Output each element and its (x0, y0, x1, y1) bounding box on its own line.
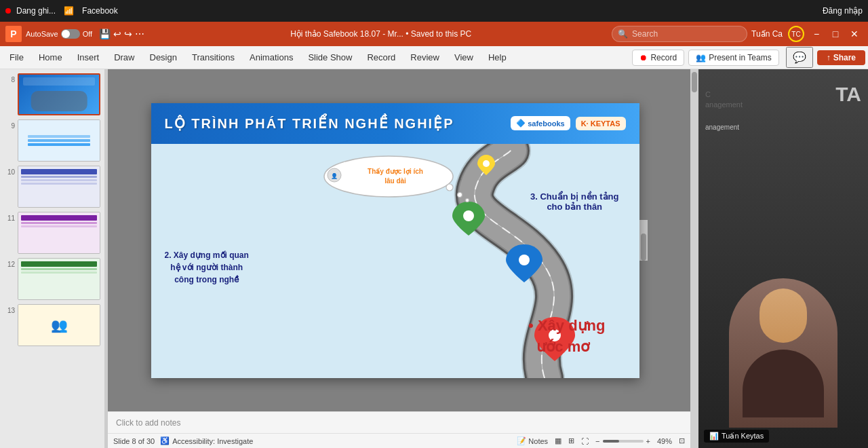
svg-point-6 (463, 210, 474, 221)
video-feed: C anagement TA anagement (698, 69, 868, 448)
menu-draw[interactable]: Draw (107, 50, 141, 65)
slide-num-8: 8 (4, 73, 15, 83)
autosave-toggle[interactable] (61, 29, 80, 39)
slide-title: LỘ TRÌNH PHÁT TRIỂN NGHỀ NGHIỆP (165, 115, 454, 132)
slide-logos: 🔷 safebooks K· KEYTAS (511, 116, 625, 130)
menu-review[interactable]: Review (403, 50, 446, 65)
video-bg-text: C anagement (705, 90, 743, 111)
svg-text:Thấy được lợi ích: Thấy được lợi ích (368, 168, 423, 175)
signin-button[interactable]: Đăng nhập (823, 6, 863, 16)
right-scroll-panel (639, 220, 648, 261)
grid-icon-1[interactable]: ▦ (555, 436, 561, 445)
zoom-out-icon[interactable]: − (595, 437, 599, 445)
notes-area[interactable]: Click to add notes (108, 411, 690, 433)
present-teams-label: Present in Teams (709, 53, 772, 62)
present-teams-button[interactable]: 👥 Present in Teams (688, 50, 779, 66)
browser-title-bar: Dang ghi... 📶 Facebook Đăng nhập (0, 0, 868, 22)
office-logo: P (5, 26, 22, 42)
video-subtitle: anagement (705, 124, 739, 131)
zoom-bar: − + (595, 437, 650, 445)
file-title: Hội thảo Safebook 18.07 - Mr... • Saved … (154, 29, 608, 39)
share-icon: ↑ (827, 53, 831, 62)
slide-preview-10 (18, 166, 100, 208)
more-icon[interactable]: ⋯ (135, 29, 144, 39)
annotation-dream: • Xây dựng ước mơ (528, 316, 605, 358)
fit-icon[interactable]: ⛶ (581, 437, 589, 445)
accessibility-bar: Slide 8 of 30 ♿ Accessibility: Investiga… (108, 433, 690, 448)
notes-button[interactable]: 📝 Notes (517, 436, 548, 445)
menu-insert[interactable]: Insert (71, 50, 106, 65)
slide-thumb-12[interactable]: 12 (3, 257, 102, 301)
menu-home[interactable]: Home (32, 50, 69, 65)
zoom-slider[interactable] (603, 440, 644, 443)
slide-thumb-10[interactable]: 10 (3, 164, 102, 209)
safebooks-logo: 🔷 safebooks (511, 116, 570, 130)
slide-main-area: LỘ TRÌNH PHÁT TRIỂN NGHỀ NGHIỆP 🔷 safebo… (108, 69, 690, 411)
record-button[interactable]: ⏺ Record (632, 50, 684, 66)
menu-file[interactable]: File (3, 50, 31, 65)
autosave-area: AutoSave Off (26, 29, 92, 39)
close-button[interactable]: ✕ (846, 28, 863, 40)
toolbar-icons: 💾 ↩ ↪ ⋯ (99, 29, 144, 39)
video-panel: C anagement TA anagement (698, 69, 868, 448)
restore-button[interactable]: □ (827, 28, 844, 40)
fit-screen-icon[interactable]: ⊡ (679, 436, 685, 445)
menu-design[interactable]: Design (143, 50, 184, 65)
user-avatar: TC (788, 26, 804, 42)
share-button[interactable]: ↑ Share (817, 50, 865, 65)
accessibility-icon: ♿ (160, 436, 170, 445)
keytas-logo: K· KEYTAS (576, 117, 626, 130)
slide-thumb-9[interactable]: 9 (3, 118, 102, 163)
menu-record[interactable]: Record (360, 50, 402, 65)
person-silhouette (729, 278, 837, 428)
undo-icon[interactable]: ↩ (113, 29, 121, 39)
svg-text:lâu dài: lâu dài (384, 177, 406, 185)
annotation-foundation-text: 3. Chuẩn bị nền tảngcho bản thân (530, 191, 619, 212)
svg-point-10 (446, 184, 453, 191)
save-icon[interactable]: 💾 (99, 29, 111, 39)
slide-preview-12 (18, 258, 100, 300)
comment-button[interactable]: 💬 (786, 47, 813, 68)
office-toolbar: P AutoSave Off 💾 ↩ ↪ ⋯ Hội thảo Safebook… (0, 22, 868, 46)
safebooks-icon: 🔷 (516, 119, 526, 128)
road-container: 👤 Thấy được lợi ích lâu dài 3. Chuẩn bị … (151, 144, 639, 378)
grid-icon-2[interactable]: ⊞ (568, 436, 574, 445)
svg-point-4 (519, 255, 530, 265)
canvas-vscroll[interactable] (690, 69, 698, 448)
status-right: 📝 Notes ▦ ⊞ ⛶ − + 49% ⊡ (517, 436, 685, 445)
accessibility-label: ♿ Accessibility: Investigate (160, 436, 253, 445)
annotation-foundation: 3. Chuẩn bị nền tảngcho bản thân (530, 191, 619, 212)
slide-num-11: 11 (4, 212, 15, 222)
menu-help[interactable]: Help (481, 50, 513, 65)
slide-thumb-8[interactable]: 8 (3, 72, 102, 117)
minimize-button[interactable]: − (808, 28, 825, 40)
slide-canvas[interactable]: LỘ TRÌNH PHÁT TRIỂN NGHỀ NGHIỆP 🔷 safebo… (151, 103, 639, 378)
record-label: Record (650, 53, 677, 62)
facebook-tab[interactable]: Facebook (82, 6, 118, 16)
svg-point-12 (465, 198, 469, 202)
slide-thumb-13[interactable]: 13 👥 (3, 303, 102, 348)
slide-num-12: 12 (4, 258, 15, 268)
menu-view[interactable]: View (448, 50, 480, 65)
recording-indicator: Dang ghi... (5, 6, 56, 16)
redo-icon[interactable]: ↪ (124, 29, 132, 39)
slide-info: Slide 8 of 30 (113, 437, 155, 445)
video-overlay-logo: TA (835, 83, 861, 106)
menu-bar: File Home Insert Draw Design Transitions… (0, 46, 868, 69)
user-initials: TC (791, 31, 800, 38)
zoom-in-icon[interactable]: + (646, 437, 650, 445)
menu-animations[interactable]: Animations (243, 50, 300, 65)
accessibility-text: Accessibility: Investigate (172, 437, 253, 445)
slide-preview-9 (18, 119, 100, 162)
scroll-thumb[interactable] (641, 234, 646, 261)
slide-thumb-11[interactable]: 11 (3, 210, 102, 255)
slide-num-10: 10 (4, 166, 15, 176)
notes-icon: 📝 (517, 436, 526, 445)
slide-num-13: 13 (4, 304, 15, 314)
search-box[interactable]: 🔍 Search (612, 26, 747, 42)
recording-label: Dang ghi... (16, 6, 56, 16)
vscroll-thumb[interactable] (692, 72, 697, 92)
menu-transitions[interactable]: Transitions (185, 50, 241, 65)
menu-slideshow[interactable]: Slide Show (301, 50, 359, 65)
wifi-icon: 📶 (64, 6, 74, 16)
